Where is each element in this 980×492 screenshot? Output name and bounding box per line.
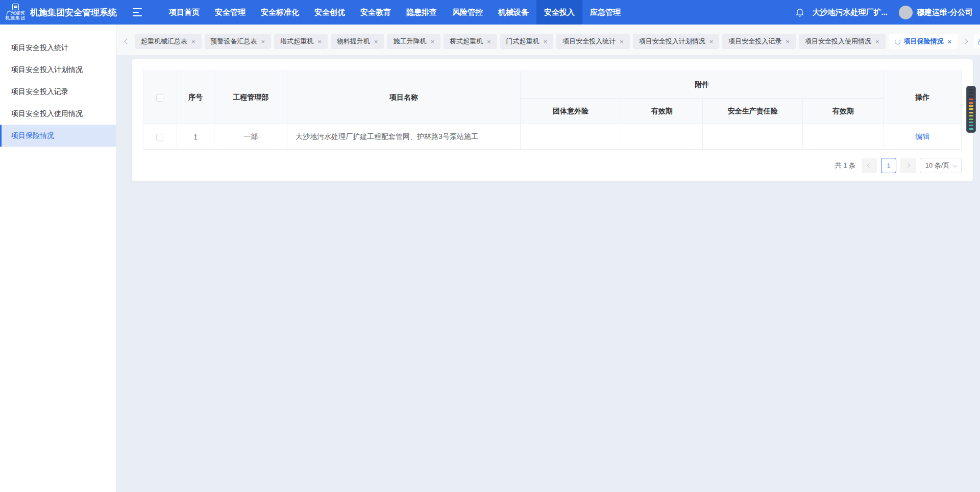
nav-item-machinery-equipment[interactable]: 机械设备 bbox=[491, 0, 536, 25]
close-icon[interactable]: × bbox=[948, 38, 952, 45]
sidebar-item-investment-record[interactable]: 项目安全投入记录 bbox=[0, 81, 116, 103]
sidebar: 项目安全投入统计 项目安全投入计划情况 项目安全投入记录 项目安全投入使用情况 … bbox=[0, 25, 116, 492]
pagination-page-1[interactable]: 1 bbox=[881, 158, 896, 173]
chevron-right-icon bbox=[906, 163, 910, 168]
brand: 广州建筑 机施集团 机施集团安全管理系统 bbox=[0, 4, 116, 21]
header-group-accident-insurance: 团体意外险 bbox=[520, 99, 621, 124]
header-work-safety-liability-insurance: 安全生产责任险 bbox=[703, 99, 803, 124]
close-icon[interactable]: × bbox=[430, 38, 434, 45]
close-icon[interactable]: × bbox=[261, 38, 265, 45]
page-size-select[interactable]: 10 条/页 bbox=[920, 158, 962, 173]
tab-tower-crane[interactable]: 塔式起重机× bbox=[274, 34, 328, 49]
header-project: 项目名称 bbox=[287, 71, 521, 124]
user-name[interactable]: 穆建运维-分公司 bbox=[917, 8, 973, 17]
close-icon[interactable]: × bbox=[875, 38, 879, 45]
nav-item-safety-standardization[interactable]: 安全标准化 bbox=[253, 0, 307, 25]
nav-item-hazard-inspection[interactable]: 隐患排查 bbox=[399, 0, 445, 25]
header-action: 操作 bbox=[884, 71, 961, 124]
notification-bell-icon[interactable] bbox=[795, 7, 805, 17]
tab-construction-lift[interactable]: 施工升降机× bbox=[387, 34, 440, 49]
tab-gantry-crane[interactable]: 门式起重机× bbox=[500, 34, 554, 49]
open-tabs-bar: 起重机械汇总表× 预警设备汇总表× 塔式起重机× 物料提升机× 施工升降机× 桥… bbox=[116, 25, 980, 55]
nav-item-risk-control[interactable]: 风险管控 bbox=[445, 0, 491, 25]
sidebar-item-investment-plan[interactable]: 项目安全投入计划情况 bbox=[0, 59, 116, 81]
cell-dept: 一部 bbox=[214, 124, 287, 150]
browser-extension-handle[interactable] bbox=[966, 86, 976, 133]
main-area: 起重机械汇总表× 预警设备汇总表× 塔式起重机× 物料提升机× 施工升降机× 桥… bbox=[116, 25, 980, 492]
company-seal-icon bbox=[12, 4, 19, 10]
tab-label: 项目安全投入记录 bbox=[728, 37, 781, 46]
user-avatar[interactable] bbox=[899, 6, 913, 19]
tabs-scroll-left-button[interactable] bbox=[122, 34, 132, 49]
logo-caption-2: 机施集团 bbox=[5, 16, 26, 21]
close-icon[interactable]: × bbox=[374, 38, 378, 45]
lock-icon bbox=[977, 38, 980, 45]
tab-warning-equipment-summary[interactable]: 预警设备汇总表× bbox=[205, 34, 272, 49]
close-icon[interactable]: × bbox=[191, 38, 195, 45]
cell-index: 1 bbox=[177, 124, 214, 150]
cell-validity-2 bbox=[802, 124, 884, 150]
lock-tabs-button[interactable] bbox=[974, 35, 980, 48]
tab-project-insurance[interactable]: 项目保险情况× bbox=[889, 34, 958, 49]
nav-item-safety-education[interactable]: 安全教育 bbox=[353, 0, 399, 25]
tab-bridge-crane[interactable]: 桥式起重机× bbox=[444, 34, 497, 49]
cell-select bbox=[143, 124, 177, 150]
tab-label: 预警设备汇总表 bbox=[211, 37, 257, 46]
nav-item-safety-management[interactable]: 安全管理 bbox=[207, 0, 253, 25]
close-icon[interactable]: × bbox=[487, 38, 491, 45]
collapse-menu-icon[interactable] bbox=[133, 8, 143, 16]
close-icon[interactable]: × bbox=[709, 38, 714, 45]
nav-item-project-home[interactable]: 项目首页 bbox=[161, 0, 207, 25]
tab-crane-machinery-summary[interactable]: 起重机械汇总表× bbox=[135, 34, 202, 49]
tab-label: 桥式起重机 bbox=[450, 37, 483, 46]
tab-investment-stats[interactable]: 项目安全投入统计× bbox=[556, 34, 630, 49]
pagination-total: 共 1 条 bbox=[835, 161, 855, 170]
tab-label: 门式起重机 bbox=[506, 37, 540, 46]
tab-investment-plan[interactable]: 项目安全投入计划情况× bbox=[633, 34, 720, 49]
content-area: 序号 工程管理部 项目名称 附件 操作 团体意外险 有效期 安全生产责任险 有效… bbox=[116, 55, 980, 492]
header-dept: 工程管理部 bbox=[214, 71, 287, 124]
chevron-down-icon bbox=[952, 162, 958, 168]
cell-work-safety-liability-insurance bbox=[703, 124, 803, 150]
tab-material-hoist[interactable]: 物料提升机× bbox=[331, 34, 384, 49]
chevron-right-icon bbox=[962, 38, 968, 44]
current-project-selector[interactable]: 大沙地污水处理厂扩... bbox=[812, 8, 888, 17]
sidebar-item-investment-usage[interactable]: 项目安全投入使用情况 bbox=[0, 103, 116, 125]
pagination-next-button[interactable] bbox=[900, 158, 916, 173]
header-validity-1: 有效期 bbox=[621, 99, 703, 124]
tab-label: 项目安全投入使用情况 bbox=[805, 37, 871, 46]
pagination-prev-button[interactable] bbox=[862, 158, 877, 173]
tab-label: 物料提升机 bbox=[337, 37, 370, 46]
edit-button[interactable]: 编辑 bbox=[915, 132, 929, 140]
tab-investment-record[interactable]: 项目安全投入记录× bbox=[722, 34, 796, 49]
topbar-right: 大沙地污水处理厂扩... 穆建运维-分公司 bbox=[795, 6, 980, 19]
header-attachment-group: 附件 bbox=[520, 71, 884, 99]
select-all-checkbox[interactable] bbox=[156, 95, 163, 102]
sidebar-item-project-insurance[interactable]: 项目保险情况 bbox=[0, 125, 116, 147]
close-icon[interactable]: × bbox=[544, 38, 548, 45]
cell-validity-1 bbox=[621, 124, 703, 150]
nav-item-safety-investment[interactable]: 安全投入 bbox=[536, 0, 582, 25]
row-checkbox[interactable] bbox=[156, 134, 163, 141]
close-icon[interactable]: × bbox=[620, 38, 624, 45]
close-icon[interactable]: × bbox=[317, 38, 322, 45]
app-root: 广州建筑 机施集团 机施集团安全管理系统 项目首页 安全管理 安全标准化 安全创… bbox=[0, 0, 980, 492]
header-validity-2: 有效期 bbox=[802, 99, 884, 124]
header-index: 序号 bbox=[177, 71, 214, 124]
tab-label: 塔式起重机 bbox=[280, 37, 313, 46]
loading-spinner-icon bbox=[895, 39, 900, 44]
chevron-left-icon bbox=[124, 38, 130, 44]
tab-label: 项目保险情况 bbox=[904, 37, 944, 46]
top-navigation: 项目首页 安全管理 安全标准化 安全创优 安全教育 隐患排查 风险管控 机械设备… bbox=[161, 0, 628, 25]
page-size-value: 10 条/页 bbox=[925, 161, 950, 170]
sidebar-item-investment-stats[interactable]: 项目安全投入统计 bbox=[0, 37, 116, 59]
top-bar: 广州建筑 机施集团 机施集团安全管理系统 项目首页 安全管理 安全标准化 安全创… bbox=[0, 0, 980, 25]
nav-item-safety-excellence[interactable]: 安全创优 bbox=[307, 0, 353, 25]
close-icon[interactable]: × bbox=[786, 38, 790, 45]
tabs-scroll-right-button[interactable] bbox=[961, 34, 970, 49]
cell-project: 大沙地污水处理厂扩建工程配套管网、护林路3号泵站施工 bbox=[287, 124, 521, 150]
tab-investment-usage[interactable]: 项目安全投入使用情况× bbox=[799, 34, 886, 49]
nav-item-emergency-management[interactable]: 应急管理 bbox=[582, 0, 628, 25]
header-select-all bbox=[143, 71, 177, 124]
cell-action: 编辑 bbox=[884, 124, 961, 150]
